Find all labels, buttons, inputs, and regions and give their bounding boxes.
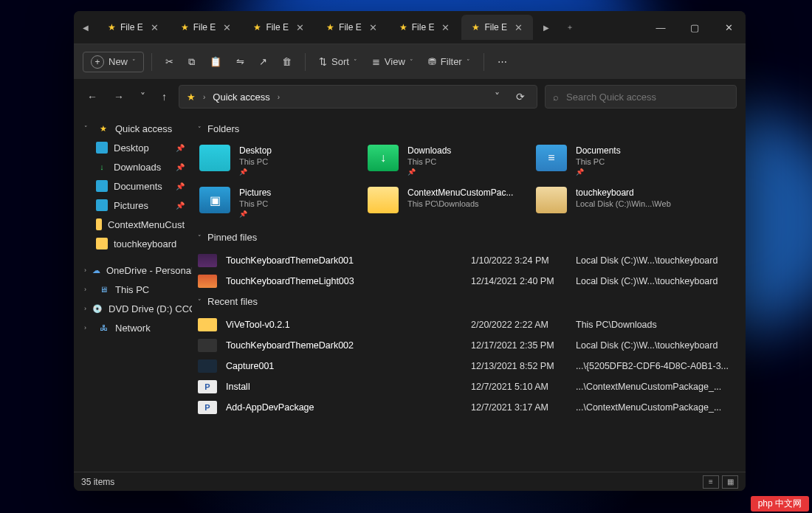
search-input[interactable] <box>566 92 729 103</box>
file-row[interactable]: Capture001 12/13/2021 8:52 PM ...\{5205D… <box>195 356 735 376</box>
file-row[interactable]: TouchKeyboardThemeDark001 1/10/2022 3:24… <box>195 250 735 271</box>
paste-button[interactable]: 📋 <box>204 52 227 72</box>
tab[interactable]: ★File E✕ <box>171 15 242 40</box>
sidebar-item-label: Documents <box>114 181 162 192</box>
file-location: This PC\Downloads <box>576 320 732 330</box>
folder-icon: ≡ <box>536 145 567 171</box>
sidebar-item[interactable]: Desktop📌 <box>74 138 192 157</box>
folder-tile[interactable]: ▣ Pictures This PC 📌 <box>195 184 357 221</box>
tab[interactable]: ★File E✕ <box>461 15 533 40</box>
section-recent[interactable]: ˅ Recent files <box>195 292 735 314</box>
back-button[interactable]: ← <box>83 88 102 106</box>
tab[interactable]: ★File E✕ <box>316 15 388 40</box>
copy-button[interactable]: ⧉ <box>182 52 201 72</box>
new-tab-button[interactable]: ＋ <box>558 22 582 32</box>
maximize-button[interactable]: ▢ <box>678 11 712 44</box>
sidebar-item[interactable]: ContextMenuCust <box>74 215 192 234</box>
sidebar-item[interactable]: ›💿DVD Drive (D:) CCCO <box>74 299 192 318</box>
details-view-button[interactable]: ≡ <box>703 475 719 489</box>
more-button[interactable]: ⋯ <box>492 52 513 72</box>
forward-button[interactable]: → <box>109 88 128 106</box>
tab[interactable]: ★File E✕ <box>243 15 314 40</box>
chevron-icon: › <box>84 305 86 312</box>
breadcrumb-dropdown[interactable]: ˅ <box>490 88 504 106</box>
pin-icon: 📌 <box>239 210 271 218</box>
folder-icon: ↓ <box>368 145 399 171</box>
file-row[interactable]: TouchKeyboardThemeLight003 12/14/2021 2:… <box>195 271 735 292</box>
filter-button[interactable]: ⛃Filter˅ <box>422 52 476 72</box>
sidebar-item[interactable]: touchkeyboard <box>74 234 192 253</box>
file-thumbnail: P <box>198 401 217 414</box>
tab[interactable]: ★File E✕ <box>97 15 169 40</box>
section-folders[interactable]: ˅ Folders <box>195 119 735 142</box>
tab[interactable]: ★File E✕ <box>389 15 461 40</box>
file-row[interactable]: ViVeTool-v0.2.1 2/20/2022 2:22 AM This P… <box>195 314 735 335</box>
breadcrumb-label: Quick access <box>213 92 269 103</box>
star-icon: ★ <box>97 123 109 134</box>
download-icon: ↓ <box>96 161 108 173</box>
recent-locations-button[interactable]: ˅ <box>136 88 150 106</box>
folder-tile[interactable]: Desktop This PC 📌 <box>195 142 357 179</box>
section-pinned[interactable]: ˅ Pinned files <box>195 227 735 250</box>
tab-scroll-left[interactable]: ◀ <box>74 24 97 32</box>
disc-icon: 💿 <box>92 303 103 314</box>
pin-icon: 📌 <box>176 144 185 152</box>
sort-button[interactable]: ⇅Sort˅ <box>313 52 363 72</box>
star-icon: ★ <box>108 22 116 32</box>
rename-button[interactable]: ⇋ <box>230 52 250 72</box>
search-box[interactable]: ⌕ <box>545 85 737 109</box>
sidebar-item[interactable]: ˅★Quick access <box>74 119 192 138</box>
folder-tile[interactable]: ContextMenuCustomPac... This PC\Download… <box>363 184 526 221</box>
breadcrumb[interactable]: ★ › Quick access › ˅ ⟳ <box>179 85 537 109</box>
refresh-button[interactable]: ⟳ <box>512 88 529 106</box>
folder-location: This PC <box>407 156 451 168</box>
chevron-icon: › <box>84 266 86 274</box>
tab-close-button[interactable]: ✕ <box>438 21 453 35</box>
close-window-button[interactable]: ✕ <box>712 11 746 44</box>
sidebar-item-label: Network <box>115 323 151 334</box>
tab-scroll-right[interactable]: ▶ <box>534 24 558 32</box>
up-button[interactable]: ↑ <box>157 88 171 106</box>
sidebar-item[interactable]: ›🖧Network <box>74 318 192 337</box>
file-row[interactable]: P Add-AppDevPackage 12/7/2021 3:17 AM ..… <box>195 397 735 418</box>
new-button[interactable]: + New ˅ <box>83 52 144 72</box>
file-date: 12/17/2021 2:35 PM <box>471 340 567 351</box>
tab-close-button[interactable]: ✕ <box>293 21 307 35</box>
sidebar-item[interactable]: Pictures📌 <box>74 196 192 215</box>
file-name: Add-AppDevPackage <box>226 402 462 413</box>
sidebar-item-label: Desktop <box>114 142 149 154</box>
sidebar-item-label: This PC <box>115 284 149 295</box>
file-row[interactable]: TouchKeyboardThemeDark002 12/17/2021 2:3… <box>195 335 735 356</box>
file-row[interactable]: P Install 12/7/2021 5:10 AM ...\ContextM… <box>195 376 735 397</box>
file-name: TouchKeyboardThemeDark002 <box>226 340 462 351</box>
view-button[interactable]: ≣View˅ <box>366 52 419 72</box>
sidebar-item[interactable]: Documents📌 <box>74 176 192 196</box>
sidebar-item[interactable]: ↓Downloads📌 <box>74 157 192 176</box>
tab-close-button[interactable]: ✕ <box>366 21 380 35</box>
cloud-icon: ☁ <box>92 264 100 276</box>
folder-tile[interactable]: ≡ Documents This PC 📌 <box>531 142 694 179</box>
file-thumbnail: P <box>198 380 217 393</box>
sidebar-item[interactable]: ›🖥This PC <box>74 280 192 299</box>
folder-tile[interactable]: ↓ Downloads This PC 📌 <box>363 142 526 179</box>
folder-tile[interactable]: touchkeyboard Local Disk (C:)\Win...\Web <box>531 184 694 221</box>
cut-button[interactable]: ✂ <box>159 52 179 72</box>
thumbnails-view-button[interactable]: ▦ <box>722 475 738 489</box>
share-button[interactable]: ↗ <box>253 52 273 72</box>
tab-label: File E <box>120 22 143 32</box>
tab-close-button[interactable]: ✕ <box>512 21 526 35</box>
chevron-down-icon: ˅ <box>198 298 202 306</box>
sidebar-item-label: OneDrive - Personal <box>106 265 192 276</box>
tab-close-button[interactable]: ✕ <box>220 21 234 35</box>
tab-close-button[interactable]: ✕ <box>148 21 162 35</box>
file-name: Install <box>226 382 462 392</box>
sidebar: ˅★Quick accessDesktop📌↓Downloads📌Documen… <box>74 114 192 472</box>
chevron-down-icon: ˅ <box>354 58 357 66</box>
toolbar: + New ˅ ✂ ⧉ 📋 ⇋ ↗ 🗑 ⇅Sort˅ ≣View˅ ⛃Filte… <box>74 44 746 79</box>
delete-button[interactable]: 🗑 <box>276 52 297 72</box>
pin-icon: 📌 <box>176 182 185 190</box>
pin-icon: 📌 <box>407 168 451 176</box>
pin-icon: 📌 <box>176 202 185 210</box>
minimize-button[interactable]: — <box>644 11 678 44</box>
sidebar-item[interactable]: ›☁OneDrive - Personal <box>74 261 192 280</box>
